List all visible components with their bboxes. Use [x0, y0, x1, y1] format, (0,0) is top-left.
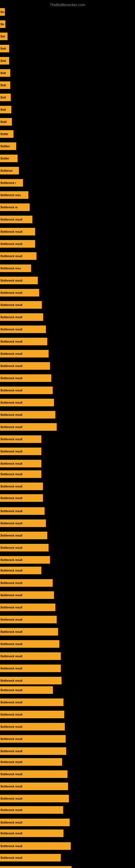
bar-item: Bott	[0, 94, 11, 101]
bar-item: Bottleneck result	[0, 686, 53, 694]
bar-label: Bottleneck result	[1, 462, 22, 465]
bar-label: Bottleneck result	[1, 738, 22, 741]
bar-label: Bott	[1, 47, 6, 50]
bar: Bottleneck result	[0, 338, 47, 345]
bar-item: Bottleneck result	[0, 795, 69, 802]
bar-label: Bottleneck result	[1, 497, 22, 500]
bar-item: Bottleneck result	[0, 770, 68, 778]
bar-item: Bottleneck resu	[0, 191, 28, 199]
bar-item: Bottleneck result	[0, 362, 50, 370]
bar: Bottler	[0, 155, 17, 162]
bar-item: Bott	[0, 45, 9, 52]
bar-label: Bottleneck result	[1, 630, 22, 633]
bar: Bottleneck result	[0, 411, 55, 418]
bar-item: Bottle	[0, 130, 13, 138]
bar: Bottleneck result	[0, 628, 58, 636]
bar: Bottleneck result	[0, 854, 61, 862]
bar-label: Bottl	[1, 120, 7, 123]
bar-label: Bottleneck result	[1, 701, 22, 704]
bar: Bottleneck result	[0, 830, 63, 837]
bar-item: Bottleneck result	[0, 289, 39, 297]
bar-label: Bottleneck result	[1, 679, 22, 682]
bar-item: Bottleneck result	[0, 556, 50, 564]
bar-label: Bottleneck result	[1, 750, 22, 753]
bar-item: Bottleneck result	[0, 228, 35, 236]
bar-label: Bottleneck result	[1, 643, 22, 646]
bar-label: Bottlenec	[1, 169, 13, 172]
bar-label: Bottleneck result	[1, 832, 22, 835]
bar-label: Bottleneck result	[1, 328, 22, 331]
bar-label: Bottleneck result	[1, 569, 22, 572]
bar-label: Bottler	[1, 157, 9, 160]
bar-item: Bottleneck result	[0, 842, 71, 850]
bar-label: Bottleneck result	[1, 255, 22, 258]
bar-label: Bottleneck result	[1, 594, 22, 597]
bar: Bottleneck result	[0, 507, 45, 515]
bar: Bottleneck result	[0, 399, 54, 406]
bar-label: Bottleneck result	[1, 856, 22, 859]
bar-label: Bottleneck result	[1, 279, 22, 282]
bar-item: Bottleneck result	[0, 664, 61, 672]
bar-label: Bottle	[1, 133, 8, 135]
bar-label: Bottleneck result	[1, 667, 22, 670]
bar-label: Bottleneck result	[1, 761, 22, 764]
bar-item: Bottleneck result	[0, 386, 53, 394]
bar-label: Bottleneck result	[1, 218, 22, 221]
bar: Bottleneck result	[0, 567, 41, 574]
bar-item: Bottleneck result	[0, 399, 54, 406]
bar-label: Bottleneck result	[1, 821, 22, 824]
bar-item: Bottleneck result	[0, 854, 61, 862]
bar-label: Bottleneck result	[1, 304, 22, 307]
bar: Bottleneck result	[0, 326, 46, 333]
bar: Bottleneck result	[0, 228, 35, 236]
bar: Bottleneck result	[0, 556, 50, 564]
site-title: TheBottlenecker.com	[0, 1, 135, 8]
bar-label: Bottleneck result	[1, 413, 22, 416]
bar: Bottleneck result	[0, 252, 37, 260]
bar: Bott	[0, 57, 9, 65]
bar: Bottleneck result	[0, 313, 43, 321]
bar-label: Bottleneck result	[1, 365, 22, 368]
bar: Bottleneck result	[0, 362, 50, 370]
bar: Bottleneck result	[0, 423, 57, 431]
bar: Bottleneck result	[0, 544, 49, 552]
bar: Bottleneck result	[0, 795, 69, 802]
bar: Bottleneck result	[0, 277, 38, 284]
bar-item: Bottleneck result	[0, 579, 53, 587]
bar-item: Bottleneck result	[0, 699, 63, 706]
bar-label: Bott	[1, 59, 6, 62]
bar-item: Bottlenec	[0, 167, 19, 175]
bar-label: Bottleneck result	[1, 582, 22, 585]
bar-label: Bottleneck result	[1, 725, 22, 728]
bar-label: Bottleneck result	[1, 291, 22, 294]
bar-label: Bottleneck result	[1, 389, 22, 392]
bar-label: Bottleneck result	[1, 689, 22, 692]
bar: Bottleneck result	[0, 711, 64, 718]
bar: Bo	[0, 20, 5, 28]
bar: Bottleneck resu	[0, 191, 28, 199]
bar: Bottleneck resu	[0, 265, 31, 272]
bar-item: Bottleneck result	[0, 544, 49, 552]
bar: Bottle	[0, 130, 13, 138]
bar: Bottleneck result	[0, 782, 68, 790]
bar: Bottleneck result	[0, 435, 41, 443]
bar-item: Bottleneck result	[0, 326, 46, 333]
bar: Bott	[0, 94, 11, 101]
bar-label: Bottleneck result	[1, 713, 22, 716]
bar-label: Bottleneck result	[1, 377, 22, 380]
bar-item: Bottleneck result	[0, 735, 65, 743]
bar: Bottleneck result	[0, 374, 51, 382]
bar-label: Bottleneck result	[1, 618, 22, 621]
bar-label: Bottleneck result	[1, 546, 22, 549]
bar-item: Bottleneck result	[0, 806, 63, 814]
bar: Bottleneck result	[0, 806, 63, 814]
bar: Bottleneck result	[0, 758, 62, 766]
bar-item: Bottleneck result	[0, 507, 45, 515]
bar-label: Bottleneck result	[1, 230, 22, 233]
bar: Bottleneck result	[0, 494, 43, 502]
bar-item: Bottleneck re	[0, 204, 30, 211]
bar-label: Bottleneck result	[1, 401, 22, 404]
bar-item: Bottleneck result	[0, 652, 61, 660]
bar-label: Bott	[1, 108, 6, 111]
bar: Bottleneck result	[0, 520, 46, 527]
